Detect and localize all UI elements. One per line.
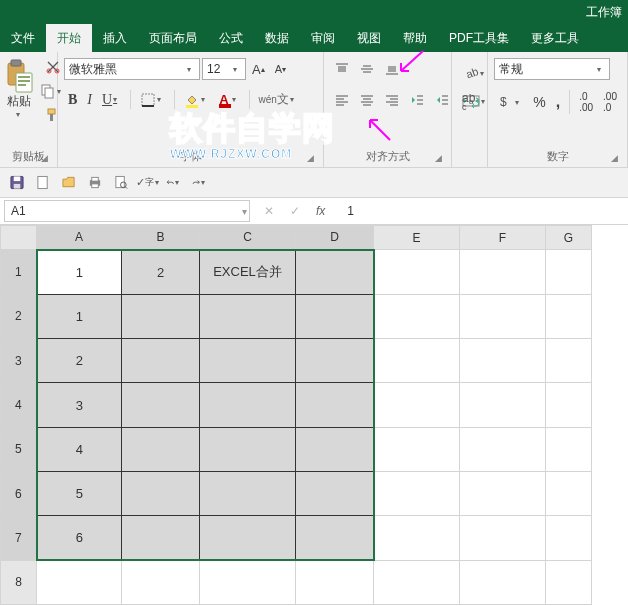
cell-D8[interactable] bbox=[296, 560, 374, 604]
cell-B1[interactable]: 2 bbox=[122, 250, 200, 294]
align-middle-button[interactable] bbox=[355, 58, 379, 80]
cell-C2[interactable] bbox=[200, 294, 296, 338]
cell-A8[interactable] bbox=[37, 560, 122, 604]
cell-F3[interactable] bbox=[460, 339, 546, 383]
cell-D2[interactable] bbox=[296, 294, 374, 338]
cell-C1[interactable]: EXCEL合并 bbox=[200, 250, 296, 294]
tab-更多工具[interactable]: 更多工具 bbox=[520, 24, 590, 52]
cell-G3[interactable] bbox=[546, 339, 592, 383]
paste-button[interactable]: 粘贴▾ bbox=[4, 56, 34, 122]
tab-PDF工具集[interactable]: PDF工具集 bbox=[438, 24, 520, 52]
tab-审阅[interactable]: 审阅 bbox=[300, 24, 346, 52]
undo-button[interactable]: ▾ bbox=[162, 172, 184, 194]
row-header-1[interactable]: 1 bbox=[1, 250, 37, 294]
wrap-text-button[interactable]: abc bbox=[456, 91, 484, 115]
cell-F5[interactable] bbox=[460, 427, 546, 471]
row-header-2[interactable]: 2 bbox=[1, 294, 37, 338]
font-dialog-launcher[interactable]: ◢ bbox=[304, 152, 316, 164]
decrease-indent-button[interactable] bbox=[405, 89, 429, 111]
row-header-3[interactable]: 3 bbox=[1, 339, 37, 383]
cell-E5[interactable] bbox=[374, 427, 460, 471]
cell-D5[interactable] bbox=[296, 427, 374, 471]
cell-G2[interactable] bbox=[546, 294, 592, 338]
cell-G1[interactable] bbox=[546, 250, 592, 294]
cell-E8[interactable] bbox=[374, 560, 460, 604]
open-button[interactable] bbox=[58, 172, 80, 194]
cell-G8[interactable] bbox=[546, 560, 592, 604]
align-top-button[interactable] bbox=[330, 58, 354, 80]
font-name-select[interactable]: 微软雅黑▾ bbox=[64, 58, 200, 80]
col-header-D[interactable]: D bbox=[296, 226, 374, 250]
col-header-C[interactable]: C bbox=[200, 226, 296, 250]
row-header-7[interactable]: 7 bbox=[1, 516, 37, 560]
cell-A7[interactable]: 6 bbox=[37, 516, 122, 560]
cell-D3[interactable] bbox=[296, 339, 374, 383]
cell-B3[interactable] bbox=[122, 339, 200, 383]
increase-decimal-button[interactable]: .0.00 bbox=[575, 88, 597, 116]
align-left-button[interactable] bbox=[330, 89, 354, 111]
cell-B2[interactable] bbox=[122, 294, 200, 338]
cell-A1[interactable]: 1 bbox=[37, 250, 122, 294]
font-color-button[interactable]: A▾ bbox=[215, 89, 243, 111]
cell-B4[interactable] bbox=[122, 383, 200, 427]
comma-button[interactable]: , bbox=[552, 90, 564, 114]
bold-button[interactable]: B bbox=[64, 89, 81, 111]
cell-B8[interactable] bbox=[122, 560, 200, 604]
row-header-4[interactable]: 4 bbox=[1, 383, 37, 427]
cell-F6[interactable] bbox=[460, 472, 546, 516]
cell-A5[interactable]: 4 bbox=[37, 427, 122, 471]
name-box[interactable]: A1▾ bbox=[4, 200, 250, 222]
cell-D1[interactable] bbox=[296, 250, 374, 294]
accounting-format-button[interactable]: $▾ bbox=[494, 91, 527, 113]
font-size-select[interactable]: 12▾ bbox=[202, 58, 246, 80]
cell-C6[interactable] bbox=[200, 472, 296, 516]
quick-print-button[interactable] bbox=[84, 172, 106, 194]
cell-E1[interactable] bbox=[374, 250, 460, 294]
formula-input[interactable]: 1 bbox=[339, 204, 628, 218]
cell-A6[interactable]: 5 bbox=[37, 472, 122, 516]
decrease-font-button[interactable]: A▾ bbox=[271, 60, 290, 78]
col-header-A[interactable]: A bbox=[37, 226, 122, 250]
phonetic-button[interactable]: wén文▾ bbox=[255, 88, 302, 111]
align-center-button[interactable] bbox=[355, 89, 379, 111]
clipboard-dialog-launcher[interactable]: ◢ bbox=[38, 152, 50, 164]
tab-开始[interactable]: 开始 bbox=[46, 24, 92, 52]
col-header-F[interactable]: F bbox=[460, 226, 546, 250]
number-dialog-launcher[interactable]: ◢ bbox=[608, 152, 620, 164]
cell-G4[interactable] bbox=[546, 383, 592, 427]
tab-数据[interactable]: 数据 bbox=[254, 24, 300, 52]
cell-F2[interactable] bbox=[460, 294, 546, 338]
col-header-G[interactable]: G bbox=[546, 226, 592, 250]
cell-F4[interactable] bbox=[460, 383, 546, 427]
cell-G5[interactable] bbox=[546, 427, 592, 471]
cell-E4[interactable] bbox=[374, 383, 460, 427]
italic-button[interactable]: I bbox=[83, 89, 96, 111]
cell-B7[interactable] bbox=[122, 516, 200, 560]
col-header-E[interactable]: E bbox=[374, 226, 460, 250]
tab-视图[interactable]: 视图 bbox=[346, 24, 392, 52]
increase-indent-button[interactable] bbox=[430, 89, 454, 111]
percent-button[interactable]: % bbox=[529, 91, 549, 113]
align-right-button[interactable] bbox=[380, 89, 404, 111]
col-header-B[interactable]: B bbox=[122, 226, 200, 250]
cell-C4[interactable] bbox=[200, 383, 296, 427]
row-header-8[interactable]: 8 bbox=[1, 560, 37, 604]
cell-D4[interactable] bbox=[296, 383, 374, 427]
cell-B6[interactable] bbox=[122, 472, 200, 516]
spelling-button[interactable]: ✓字▾ bbox=[136, 172, 158, 194]
cell-A4[interactable]: 3 bbox=[37, 383, 122, 427]
cell-G6[interactable] bbox=[546, 472, 592, 516]
cell-C5[interactable] bbox=[200, 427, 296, 471]
alignment-dialog-launcher[interactable]: ◢ bbox=[432, 152, 444, 164]
row-header-5[interactable]: 5 bbox=[1, 427, 37, 471]
cell-C3[interactable] bbox=[200, 339, 296, 383]
cancel-formula-button[interactable]: ✕ bbox=[260, 201, 278, 221]
spreadsheet-grid[interactable]: ABCDEFG112EXCEL合并2132435465768 bbox=[0, 225, 592, 605]
cell-D7[interactable] bbox=[296, 516, 374, 560]
select-all-corner[interactable] bbox=[1, 226, 37, 250]
decrease-decimal-button[interactable]: .00.0 bbox=[599, 88, 621, 116]
cell-F7[interactable] bbox=[460, 516, 546, 560]
cell-E3[interactable] bbox=[374, 339, 460, 383]
cell-G7[interactable] bbox=[546, 516, 592, 560]
cell-F8[interactable] bbox=[460, 560, 546, 604]
